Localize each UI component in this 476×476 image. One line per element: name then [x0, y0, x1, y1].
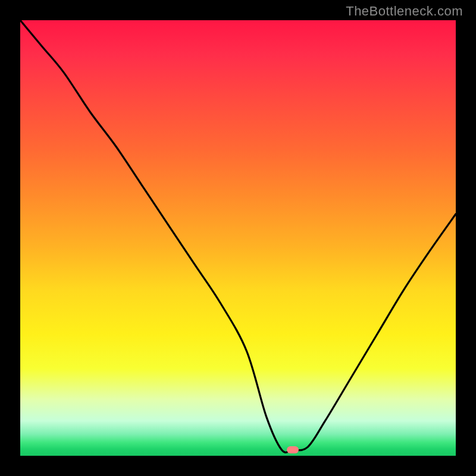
watermark-text: TheBottleneck.com — [346, 4, 463, 19]
plot-area — [20, 20, 456, 456]
bottleneck-curve — [20, 20, 456, 456]
chart-frame: TheBottleneck.com — [0, 0, 476, 476]
optimum-marker — [287, 446, 299, 453]
